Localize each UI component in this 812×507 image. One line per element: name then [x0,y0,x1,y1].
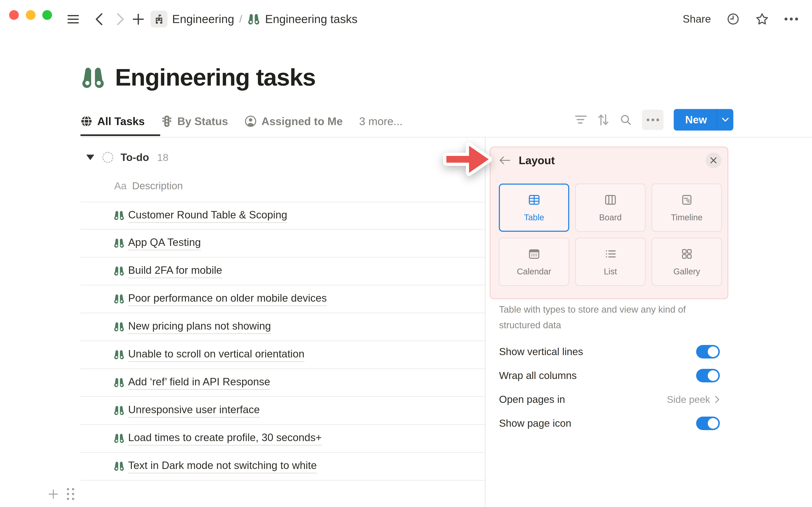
breadcrumb-separator: / [239,13,243,25]
sidebar-menu-icon[interactable] [67,11,80,28]
traffic-light-icon [161,115,172,127]
open-pages-in-value: Side peek [667,394,710,405]
page-title-binoculars-icon [80,65,106,90]
window-toolbar: Engineering / Engineering tasks Share [0,0,812,39]
show-vertical-lines-toggle[interactable] [696,345,720,358]
more-options-icon[interactable] [784,17,798,20]
task-binoculars-icon [113,321,125,333]
task-title[interactable]: Load times to create profile, 30 seconds… [128,431,322,446]
setting-label: Open pages in [499,394,565,405]
setting-wrap-all-columns: Wrap all columns [499,363,720,387]
layout-option-board[interactable]: Board [575,183,646,232]
layout-option-label: List [604,267,617,276]
setting-open-pages-in[interactable]: Open pages in Side peek [499,387,720,411]
active-tab-underline [80,134,160,136]
task-title[interactable]: New pricing plans not showing [128,320,271,334]
table-row[interactable]: Poor performance on older mobile devices [80,285,485,313]
new-button[interactable]: New [674,109,733,130]
breadcrumb-page[interactable]: Engineering tasks [265,12,357,26]
layout-panel: Layout Table Board T [490,147,728,299]
window-close-button[interactable] [9,10,19,20]
table-row[interactable]: Add ‘ref’ field in API Response [80,369,485,397]
layout-option-calendar[interactable]: Calendar [499,238,569,286]
tab-assigned-to-me[interactable]: Assigned to Me [245,115,343,128]
layout-option-list[interactable]: List [575,238,646,286]
drag-handle-icon[interactable] [67,488,74,500]
task-binoculars-icon [113,293,125,305]
tabs-bottom-border [80,137,812,137]
task-title[interactable]: Customer Round Table & Scoping [128,209,287,223]
tab-by-status[interactable]: By Status [161,115,228,128]
setting-label: Show page icon [499,417,571,429]
gallery-layout-icon [680,247,693,261]
layout-option-timeline[interactable]: Timeline [652,183,722,232]
add-row-plus-icon[interactable] [48,489,58,499]
breadcrumb: Engineering / Engineering tasks [151,8,358,30]
wrap-all-columns-toggle[interactable] [696,369,720,382]
table-layout-icon [527,193,541,207]
notion-window: Engineering / Engineering tasks Share [0,0,812,507]
table-row[interactable]: Customer Round Table & Scoping [80,202,485,230]
sort-icon[interactable] [597,113,609,126]
filter-icon[interactable] [575,115,587,125]
layout-option-label: Timeline [671,213,703,222]
column-header-description[interactable]: Aa Description [114,180,183,191]
back-icon[interactable] [93,11,105,28]
column-header-label: Description [132,180,183,191]
task-title[interactable]: Build 2FA for mobile [128,264,222,278]
tab-label: 3 more... [359,115,403,128]
search-icon[interactable] [620,114,632,126]
task-title[interactable]: Poor performance on older mobile devices [128,292,327,306]
task-title[interactable]: Text in Dark mode not switching to white [128,459,317,473]
favorite-star-icon[interactable] [755,12,769,26]
task-title[interactable]: Add ‘ref’ field in API Response [128,376,270,390]
show-page-icon-toggle[interactable] [696,416,720,430]
new-page-plus-icon[interactable] [132,11,145,28]
breadcrumb-workspace[interactable]: Engineering [172,12,234,26]
share-button[interactable]: Share [683,13,711,25]
table-row[interactable]: App QA Testing [80,230,485,258]
layout-option-label: Gallery [673,267,700,276]
table-row[interactable]: Build 2FA for mobile [80,258,485,285]
task-binoculars-icon [113,237,125,249]
table-row[interactable]: Unable to scroll on vertical orientation [80,341,485,369]
page-title[interactable]: Engineering tasks [115,63,315,91]
task-binoculars-icon [113,210,125,222]
group-count: 18 [157,152,168,163]
task-binoculars-icon [113,460,125,472]
layout-option-gallery[interactable]: Gallery [652,238,722,286]
layout-option-label: Table [524,213,544,222]
task-binoculars-icon [113,433,125,445]
panel-back-icon[interactable] [499,156,511,165]
task-table: Customer Round Table & Scoping App QA Te… [80,202,485,481]
group-name[interactable]: To-do [120,151,149,164]
workspace-building-icon[interactable] [151,11,167,27]
globe-icon [80,115,93,127]
group-collapse-triangle[interactable] [86,155,94,160]
table-row[interactable]: Unresponsive user interface [80,397,485,425]
view-options-ellipsis-button[interactable] [642,110,664,130]
tab-more-views[interactable]: 3 more... [359,115,403,128]
new-button-label: New [674,114,717,126]
setting-show-page-icon: Show page icon [499,411,720,435]
task-title[interactable]: App QA Testing [128,236,201,250]
task-binoculars-icon [113,377,125,389]
new-dropdown-chevron-icon[interactable] [717,117,733,122]
setting-label: Wrap all columns [499,370,577,381]
table-row[interactable]: Text in Dark mode not switching to white [80,453,485,481]
window-zoom-button[interactable] [42,10,52,20]
layout-option-label: Calendar [517,267,551,276]
panel-title: Layout [519,154,555,167]
panel-close-button[interactable] [706,153,721,168]
table-row[interactable]: Load times to create profile, 30 seconds… [80,425,485,453]
window-minimize-button[interactable] [26,10,36,20]
forward-icon[interactable] [114,11,127,28]
updates-clock-icon[interactable] [726,12,740,25]
person-circle-icon [245,115,257,127]
task-title[interactable]: Unable to scroll on vertical orientation [128,348,305,362]
task-title[interactable]: Unresponsive user interface [128,403,260,418]
tab-all-tasks[interactable]: All Tasks [80,115,145,128]
layout-option-table[interactable]: Table [499,183,569,232]
setting-label: Show vertical lines [499,346,583,357]
table-row[interactable]: New pricing plans not showing [80,313,485,341]
